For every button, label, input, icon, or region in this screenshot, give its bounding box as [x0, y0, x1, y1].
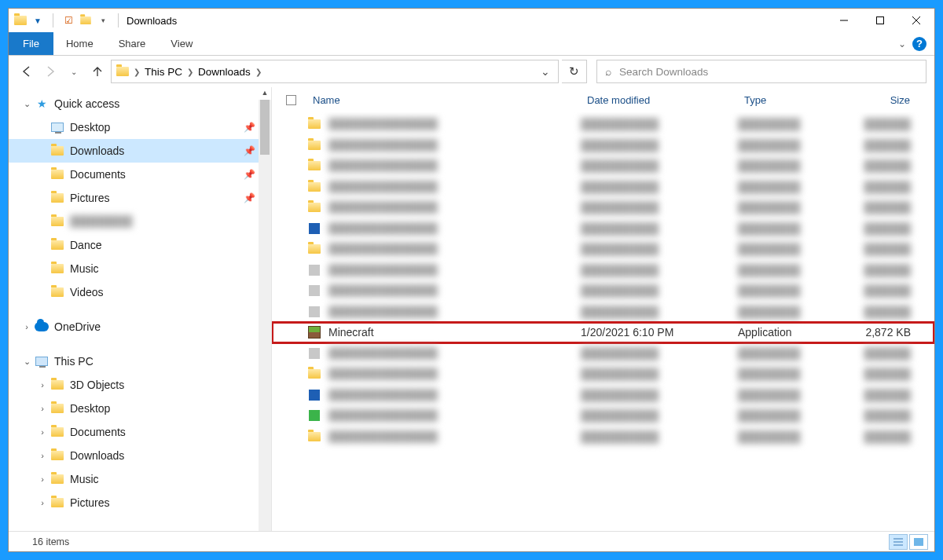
svg-rect-7	[914, 538, 923, 546]
breadcrumb-item[interactable]: This PC	[141, 66, 185, 78]
file-date: ██████████	[581, 264, 738, 276]
file-date: ██████████	[581, 389, 738, 401]
file-row[interactable]: ██████████████ ██████████ ████████ █████…	[272, 114, 934, 135]
sidebar-item[interactable]: › Music	[9, 467, 271, 491]
sidebar-item[interactable]: Downloads 📌	[9, 139, 271, 163]
tab-view[interactable]: View	[158, 32, 205, 55]
tab-share[interactable]: Share	[106, 32, 159, 55]
minimize-button[interactable]	[826, 9, 862, 32]
maximize-button[interactable]	[862, 9, 898, 32]
breadcrumb-dropdown-icon[interactable]: ⌄	[536, 65, 555, 78]
file-type: ████████	[738, 181, 856, 193]
sidebar-onedrive[interactable]: › OneDrive	[9, 315, 271, 339]
sidebar-item[interactable]: Dance	[9, 233, 271, 257]
nav-up-button[interactable]	[87, 60, 108, 82]
file-row[interactable]: ██████████████ ██████████ ████████ █████…	[272, 343, 934, 364]
chevron-right-icon[interactable]: ❯	[134, 68, 140, 76]
chevron-right-icon[interactable]: ›	[20, 322, 34, 331]
sidebar-item[interactable]: ████████	[9, 210, 271, 233]
chevron-right-icon[interactable]: ›	[35, 427, 50, 437]
qat-customize-icon[interactable]: ▾	[96, 12, 110, 29]
sidebar-item[interactable]: › Desktop	[9, 397, 271, 420]
file-date: ██████████	[581, 284, 738, 297]
file-type: ████████	[738, 284, 856, 297]
folder-icon	[50, 495, 65, 511]
file-icon	[306, 304, 322, 320]
sidebar-item[interactable]: › Downloads	[9, 444, 271, 467]
chevron-right-icon[interactable]: ❯	[255, 68, 262, 76]
file-type: ████████	[738, 368, 856, 380]
file-row[interactable]: ██████████████ ██████████ ████████ █████…	[272, 156, 934, 177]
file-row[interactable]: ██████████████ ██████████ ████████ █████…	[272, 280, 934, 302]
column-size[interactable]: Size	[856, 94, 934, 106]
chevron-down-icon[interactable]: ⌄	[20, 99, 34, 109]
file-row[interactable]: ██████████████ ██████████ ████████ █████…	[272, 426, 934, 448]
sidebar-item[interactable]: Documents 📌	[9, 163, 271, 186]
column-type[interactable]: Type	[738, 94, 856, 106]
file-size: ██████	[856, 243, 934, 255]
search-placeholder: Search Downloads	[619, 66, 708, 78]
ribbon-expand-icon[interactable]: ⌄	[898, 38, 906, 49]
nav-history-dropdown[interactable]: ⌄	[64, 60, 84, 82]
sidebar-item[interactable]: Desktop 📌	[9, 115, 271, 139]
qat-down-arrow-icon[interactable]: ▼	[31, 12, 45, 29]
file-name: ██████████████	[328, 222, 581, 235]
view-large-button[interactable]	[909, 534, 928, 550]
file-type: ████████	[738, 347, 856, 360]
sidebar-thispc[interactable]: ⌄ This PC	[9, 350, 271, 373]
sidebar-quick-access[interactable]: ⌄ ★ Quick access	[9, 92, 271, 115]
sidebar-item[interactable]: Music	[9, 257, 271, 280]
chevron-right-icon[interactable]: ›	[35, 404, 50, 413]
file-list: Name Date modified Type Size ███████████…	[272, 87, 934, 531]
view-details-button[interactable]	[889, 534, 908, 550]
search-input[interactable]: ⌕ Search Downloads	[596, 60, 926, 83]
file-name: ██████████████	[328, 201, 581, 214]
file-row[interactable]: ██████████████ ██████████ ████████ █████…	[272, 302, 934, 323]
breadcrumb-item[interactable]: Downloads	[195, 66, 254, 78]
file-date: ██████████	[581, 243, 738, 255]
file-size: ██████	[856, 389, 934, 401]
column-name[interactable]: Name	[306, 94, 581, 106]
help-button[interactable]: ?	[912, 37, 926, 51]
sidebar-item[interactable]: › Documents	[9, 420, 271, 444]
tab-file[interactable]: File	[9, 32, 53, 55]
file-row[interactable]: ██████████████ ██████████ ████████ █████…	[272, 218, 934, 240]
file-row[interactable]: ██████████████ ██████████ ████████ █████…	[272, 239, 934, 260]
sidebar-item[interactable]: › Pictures	[9, 491, 271, 514]
file-row[interactable]: ██████████████ ██████████ ████████ █████…	[272, 364, 934, 385]
sidebar-scrollbar[interactable]: ▲	[259, 87, 271, 531]
file-icon	[306, 366, 322, 382]
file-row[interactable]: ██████████████ ██████████ ████████ █████…	[272, 135, 934, 156]
nav-back-button[interactable]	[17, 60, 37, 82]
chevron-right-icon[interactable]: ›	[35, 451, 50, 460]
nav-forward-button[interactable]	[40, 60, 61, 82]
breadcrumb[interactable]: ❯ This PC ❯ Downloads ❯ ⌄	[111, 60, 559, 83]
refresh-button[interactable]: ↻	[562, 60, 587, 83]
file-date: ██████████	[581, 181, 738, 193]
column-check[interactable]	[280, 95, 306, 105]
file-row[interactable]: ██████████████ ██████████ ████████ █████…	[272, 385, 934, 406]
sidebar-item[interactable]: Pictures 📌	[9, 186, 271, 210]
file-name: ██████████████	[328, 389, 581, 401]
file-row[interactable]: ██████████████ ██████████ ████████ █████…	[272, 197, 934, 218]
pin-icon: 📌	[244, 122, 255, 133]
titlebar: ▼ ☑ ▾ Downloads	[9, 9, 934, 32]
qat-newfolder-icon[interactable]	[79, 12, 93, 29]
sidebar-item[interactable]: Videos	[9, 280, 271, 304]
file-row[interactable]: ██████████████ ██████████ ████████ █████…	[272, 260, 934, 281]
file-type: Application	[738, 326, 856, 339]
chevron-right-icon[interactable]: ›	[35, 474, 50, 484]
column-date[interactable]: Date modified	[581, 94, 738, 106]
file-row[interactable]: ██████████████ ██████████ ████████ █████…	[272, 177, 934, 198]
file-icon	[306, 408, 322, 423]
close-button[interactable]	[898, 9, 934, 32]
chevron-right-icon[interactable]: ›	[35, 498, 50, 507]
chevron-right-icon[interactable]: ›	[35, 380, 50, 390]
file-row[interactable]: ██████████████ ██████████ ████████ █████…	[272, 405, 934, 426]
tab-home[interactable]: Home	[53, 32, 106, 55]
qat-properties-icon[interactable]: ☑	[61, 12, 75, 29]
sidebar-item[interactable]: › 3D Objects	[9, 373, 271, 397]
file-row[interactable]: Minecraft 1/20/2021 6:10 PM Application …	[272, 322, 934, 343]
chevron-right-icon[interactable]: ❯	[187, 68, 193, 76]
chevron-down-icon[interactable]: ⌄	[20, 357, 34, 367]
